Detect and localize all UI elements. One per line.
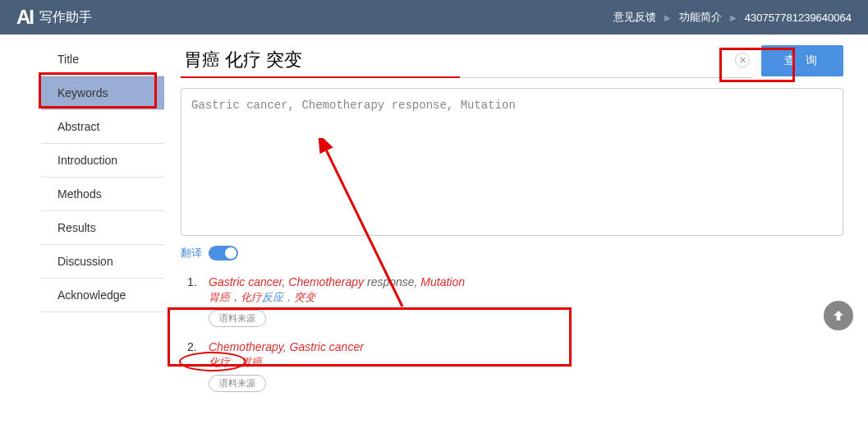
logo: AI 写作助手 <box>16 6 92 29</box>
main-area: Title Keywords Abstract Introduction Met… <box>0 35 868 405</box>
search-input[interactable] <box>181 43 753 77</box>
header-nav: 意见反馈 ▶ 功能简介 ▶ 430757781239640064 <box>613 10 852 25</box>
back-to-top-button[interactable] <box>824 301 853 330</box>
list-item: 1. Gastric cancer, Chemotherapy response… <box>187 275 843 327</box>
result-english[interactable]: Chemotherapy, Gastric cancer <box>209 340 843 353</box>
app-header: AI 写作助手 意见反馈 ▶ 功能简介 ▶ 430757781239640064 <box>0 0 868 35</box>
sidebar-item-results[interactable]: Results <box>41 211 164 245</box>
translate-row: 翻译 <box>181 246 843 261</box>
source-button[interactable]: 语料来源 <box>209 375 266 392</box>
result-chinese[interactable]: 胃癌，化疗反应，突变 <box>209 290 843 305</box>
search-input-wrap: ✕ <box>181 43 753 78</box>
sidebar-item-title[interactable]: Title <box>41 43 164 76</box>
logo-icon: AI <box>16 6 33 29</box>
sidebar-item-introduction[interactable]: Introduction <box>41 144 164 178</box>
sidebar-item-acknowledge[interactable]: Acknowledge <box>41 279 164 312</box>
arrow-up-icon <box>831 308 846 323</box>
sidebar-item-discussion[interactable]: Discussion <box>41 245 164 279</box>
toggle-knob-icon <box>225 247 237 259</box>
result-chinese[interactable]: 化疗，胃癌 <box>209 355 843 370</box>
separator-icon: ▶ <box>664 13 671 22</box>
feedback-link[interactable]: 意见反馈 <box>613 10 656 25</box>
result-english[interactable]: Gastric cancer, Chemotherapy response, M… <box>209 275 843 288</box>
features-link[interactable]: 功能简介 <box>679 10 722 25</box>
content-area: ✕ 查 询 Gastric cancer, Chemotherapy respo… <box>164 43 868 405</box>
sidebar-item-abstract[interactable]: Abstract <box>41 110 164 144</box>
query-button[interactable]: 查 询 <box>761 45 843 76</box>
user-id[interactable]: 430757781239640064 <box>745 12 852 24</box>
list-item: 2. Chemotherapy, Gastric cancer 化疗，胃癌 语料… <box>187 340 843 392</box>
sidebar-item-methods[interactable]: Methods <box>41 178 164 211</box>
sidebar-item-keywords[interactable]: Keywords <box>41 76 164 110</box>
sidebar: Title Keywords Abstract Introduction Met… <box>0 43 164 405</box>
clear-icon[interactable]: ✕ <box>735 53 750 67</box>
separator-icon: ▶ <box>730 13 737 22</box>
search-row: ✕ 查 询 <box>181 43 843 78</box>
result-body: Chemotherapy, Gastric cancer 化疗，胃癌 语料来源 <box>209 340 843 392</box>
result-body: Gastric cancer, Chemotherapy response, M… <box>209 275 843 327</box>
source-button[interactable]: 语料来源 <box>209 310 266 327</box>
result-textarea[interactable]: Gastric cancer, Chemotherapy response, M… <box>181 88 843 236</box>
result-number: 2. <box>187 340 200 392</box>
results-list: 1. Gastric cancer, Chemotherapy response… <box>181 275 843 392</box>
result-number: 1. <box>187 275 200 327</box>
translate-toggle[interactable] <box>209 246 238 261</box>
translate-label: 翻译 <box>181 246 202 261</box>
logo-text: 写作助手 <box>39 9 92 26</box>
